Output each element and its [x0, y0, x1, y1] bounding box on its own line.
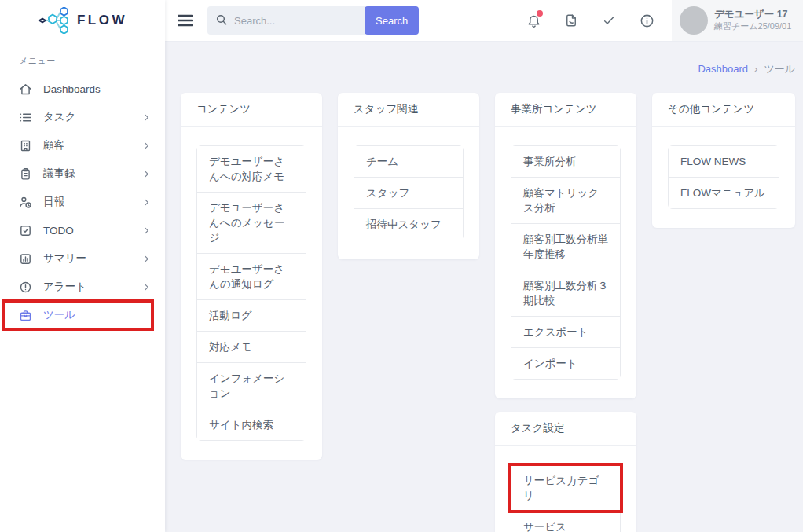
card-other-contents: その他コンテンツ FLOW NEWS FLOWマニュアル — [652, 93, 795, 228]
top-bar: Search デモユーザー 17 練習チーム25/09/01 — [165, 0, 803, 41]
bell-icon[interactable] — [526, 13, 541, 28]
sidebar-item-label: ツール — [43, 308, 75, 322]
list-item[interactable]: サービス — [512, 512, 620, 532]
list-item[interactable]: 事業所分析 — [512, 146, 620, 178]
chevron-right-icon — [142, 170, 151, 178]
clipboard-icon — [19, 167, 32, 181]
card-grid: コンテンツ デモユーザーさんへの対応メモ デモユーザーさんへのメッセージ デモユ… — [181, 93, 795, 532]
search-icon — [215, 13, 228, 26]
brand-logo[interactable]: FLOW — [0, 0, 165, 41]
sidebar-item-customers[interactable]: 顧客 — [0, 131, 165, 160]
list-item[interactable]: デモユーザーさんの通知ログ — [197, 254, 306, 300]
list-item[interactable]: FLOWマニュアル — [669, 178, 779, 208]
search-input[interactable] — [207, 6, 365, 35]
card-title: 事業所コンテンツ — [495, 93, 636, 127]
card-office-contents: 事業所コンテンツ 事業所分析 顧客マトリックス分析 顧客別工数分析単年度推移 顧… — [495, 93, 636, 398]
document-icon[interactable] — [564, 13, 578, 28]
list-item[interactable]: サイト内検索 — [197, 409, 306, 440]
card-staff: スタッフ関連 チーム スタッフ 招待中スタッフ — [338, 93, 479, 259]
notification-dot — [537, 10, 543, 17]
main-content: Dashboardツール コンテンツ デモユーザーさんへの対応メモ デモユーザー… — [165, 41, 803, 532]
annotation-box-service-category — [508, 463, 623, 513]
breadcrumb-current: ツール — [764, 63, 795, 75]
user-team: 練習チーム25/09/01 — [714, 21, 791, 32]
list-item[interactable]: 対応メモ — [197, 332, 306, 363]
search-bar: Search — [207, 6, 419, 35]
sidebar-item-label: アラート — [43, 280, 86, 294]
card-list: デモユーザーさんへの対応メモ デモユーザーさんへのメッセージ デモユーザーさんの… — [196, 145, 306, 441]
chevron-right-icon — [142, 226, 151, 235]
sidebar-item-label: サマリー — [43, 251, 86, 266]
home-icon — [19, 83, 32, 96]
list-item[interactable]: 顧客別工数分析単年度推移 — [512, 224, 620, 270]
bar-chart-icon — [19, 252, 32, 266]
list-item[interactable]: 顧客マトリックス分析 — [512, 178, 620, 224]
sidebar-item-alerts[interactable]: アラート — [0, 273, 165, 301]
breadcrumb-separator — [748, 63, 764, 75]
user-clock-icon — [19, 196, 32, 209]
sidebar-item-label: タスク — [43, 110, 75, 124]
sidebar-item-tasks[interactable]: タスク — [0, 103, 165, 131]
card-title: タスク設定 — [495, 412, 636, 446]
list-item[interactable]: インポート — [512, 348, 620, 379]
header-icons — [526, 13, 654, 28]
list-item[interactable]: 活動ログ — [197, 300, 306, 332]
chevron-right-icon — [142, 255, 151, 263]
card-title: コンテンツ — [181, 93, 322, 127]
card-list: 事業所分析 顧客マトリックス分析 顧客別工数分析単年度推移 顧客別工数分析３期比… — [511, 145, 621, 380]
list-item[interactable]: デモユーザーさんへのメッセージ — [197, 193, 306, 254]
list-item[interactable]: 顧客別工数分析３期比較 — [512, 270, 620, 317]
sidebar-item-label: 日報 — [43, 195, 64, 209]
chevron-right-icon — [142, 141, 151, 150]
card-title: スタッフ関連 — [338, 93, 479, 127]
list-item[interactable]: スタッフ — [354, 178, 463, 209]
chevron-right-icon — [142, 198, 151, 207]
briefcase-icon — [19, 309, 32, 322]
card-contents: コンテンツ デモユーザーさんへの対応メモ デモユーザーさんへのメッセージ デモユ… — [181, 93, 322, 460]
list-item[interactable]: FLOW NEWS — [669, 146, 779, 178]
user-profile[interactable]: デモユーザー 17 練習チーム25/09/01 — [672, 0, 803, 41]
list-item[interactable]: チーム — [354, 146, 463, 178]
sidebar-item-tools[interactable]: ツール — [0, 301, 165, 329]
sidebar-item-todo[interactable]: TODO — [0, 216, 165, 244]
chevron-right-icon — [142, 113, 151, 122]
list-item[interactable]: 招待中スタッフ — [354, 209, 463, 240]
sidebar-item-label: Dashboards — [43, 83, 101, 95]
brand-name: FLOW — [77, 13, 127, 28]
sidebar-item-label: 顧客 — [43, 138, 64, 152]
info-icon[interactable] — [640, 13, 654, 28]
sidebar-item-minutes[interactable]: 議事録 — [0, 160, 165, 188]
search-button[interactable]: Search — [365, 6, 419, 35]
alert-circle-icon — [19, 281, 32, 294]
chevron-right-icon — [142, 283, 151, 292]
card-list: FLOW NEWS FLOWマニュアル — [668, 145, 779, 209]
card-task-settings: タスク設定 サービスカテゴリ サービス ワークフロー — [495, 412, 636, 532]
list-icon — [19, 111, 32, 124]
check-square-icon — [19, 224, 32, 237]
list-item-service-category[interactable]: サービスカテゴリ — [512, 465, 620, 512]
card-list: サービスカテゴリ サービス ワークフロー — [511, 464, 621, 532]
list-item[interactable]: インフォメーション — [197, 363, 306, 409]
breadcrumb-dashboard-link[interactable]: Dashboard — [698, 63, 748, 75]
sidebar-item-dashboards[interactable]: Dashboards — [0, 75, 165, 103]
building-icon — [19, 139, 32, 152]
sidebar: FLOW メニュー Dashboards タスク — [0, 0, 165, 532]
sidebar-item-label: TODO — [43, 225, 74, 237]
list-item[interactable]: エクスポート — [512, 317, 620, 348]
card-title: その他コンテンツ — [652, 93, 795, 127]
list-item-label: サービスカテゴリ — [523, 475, 599, 501]
card-list: チーム スタッフ 招待中スタッフ — [354, 145, 464, 240]
avatar — [680, 6, 708, 35]
flow-logo-icon — [38, 7, 71, 34]
check-icon[interactable] — [601, 14, 617, 27]
sidebar-nav: Dashboards タスク 顧客 — [0, 75, 165, 329]
hamburger-menu-icon[interactable] — [178, 14, 193, 27]
sidebar-item-label: 議事録 — [43, 167, 75, 181]
user-name: デモユーザー 17 — [714, 9, 791, 21]
sidebar-item-daily-report[interactable]: 日報 — [0, 188, 165, 216]
menu-section-label: メニュー — [0, 41, 165, 70]
list-item[interactable]: デモユーザーさんへの対応メモ — [197, 146, 306, 193]
breadcrumb: Dashboardツール — [698, 62, 795, 76]
sidebar-item-summary[interactable]: サマリー — [0, 244, 165, 273]
app-window: FLOW メニュー Dashboards タスク — [0, 0, 803, 532]
